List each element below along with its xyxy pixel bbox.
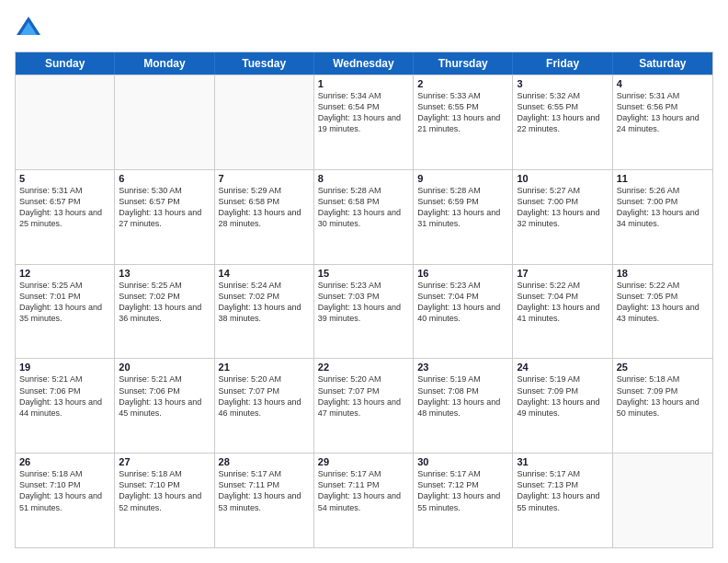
cell-sun-info: Sunrise: 5:18 AM Sunset: 7:10 PM Dayligh… — [119, 468, 210, 513]
calendar-cell: 23Sunrise: 5:19 AM Sunset: 7:08 PM Dayli… — [414, 359, 513, 453]
calendar-cell: 9Sunrise: 5:28 AM Sunset: 6:59 PM Daylig… — [414, 170, 513, 264]
calendar-cell: 17Sunrise: 5:22 AM Sunset: 7:04 PM Dayli… — [513, 265, 612, 359]
cell-sun-info: Sunrise: 5:17 AM Sunset: 7:12 PM Dayligh… — [417, 468, 508, 513]
cell-sun-info: Sunrise: 5:23 AM Sunset: 7:03 PM Dayligh… — [318, 280, 409, 325]
cell-sun-info: Sunrise: 5:27 AM Sunset: 7:00 PM Dayligh… — [517, 185, 608, 230]
calendar-cell: 1Sunrise: 5:34 AM Sunset: 6:54 PM Daylig… — [314, 75, 414, 169]
calendar-cell: 8Sunrise: 5:28 AM Sunset: 6:58 PM Daylig… — [314, 170, 414, 264]
cell-sun-info: Sunrise: 5:18 AM Sunset: 7:09 PM Dayligh… — [617, 373, 709, 419]
calendar-page: SundayMondayTuesdayWednesdayThursdayFrid… — [0, 0, 728, 563]
calendar-row: 12Sunrise: 5:25 AM Sunset: 7:01 PM Dayli… — [16, 264, 712, 359]
calendar-cell: 26Sunrise: 5:18 AM Sunset: 7:10 PM Dayli… — [16, 454, 115, 547]
cell-sun-info: Sunrise: 5:17 AM Sunset: 7:11 PM Dayligh… — [318, 468, 409, 513]
day-number: 31 — [517, 456, 608, 467]
weekday-header: Thursday — [414, 52, 513, 75]
cell-sun-info: Sunrise: 5:30 AM Sunset: 6:57 PM Dayligh… — [119, 185, 210, 230]
cell-sun-info: Sunrise: 5:17 AM Sunset: 7:11 PM Dayligh… — [219, 468, 310, 513]
calendar-cell: 6Sunrise: 5:30 AM Sunset: 6:57 PM Daylig… — [115, 170, 214, 264]
calendar-cell: 28Sunrise: 5:17 AM Sunset: 7:11 PM Dayli… — [215, 454, 314, 547]
calendar-cell: 13Sunrise: 5:25 AM Sunset: 7:02 PM Dayli… — [115, 265, 214, 359]
cell-sun-info: Sunrise: 5:34 AM Sunset: 6:54 PM Dayligh… — [318, 90, 409, 135]
cell-sun-info: Sunrise: 5:32 AM Sunset: 6:55 PM Dayligh… — [517, 90, 608, 135]
calendar-cell: 30Sunrise: 5:17 AM Sunset: 7:12 PM Dayli… — [414, 454, 513, 547]
cell-sun-info: Sunrise: 5:21 AM Sunset: 7:06 PM Dayligh… — [19, 373, 110, 419]
cell-sun-info: Sunrise: 5:23 AM Sunset: 7:04 PM Dayligh… — [417, 280, 508, 325]
calendar-row: 26Sunrise: 5:18 AM Sunset: 7:10 PM Dayli… — [16, 453, 712, 547]
cell-sun-info: Sunrise: 5:19 AM Sunset: 7:09 PM Dayligh… — [517, 373, 608, 419]
calendar-row: 1Sunrise: 5:34 AM Sunset: 6:54 PM Daylig… — [16, 75, 712, 169]
logo-icon — [15, 15, 42, 42]
day-number: 25 — [617, 362, 709, 373]
calendar-cell: 5Sunrise: 5:31 AM Sunset: 6:57 PM Daylig… — [16, 170, 115, 264]
weekday-header: Friday — [513, 52, 612, 75]
cell-sun-info: Sunrise: 5:17 AM Sunset: 7:13 PM Dayligh… — [517, 468, 608, 513]
calendar-cell: 7Sunrise: 5:29 AM Sunset: 6:58 PM Daylig… — [215, 170, 314, 264]
day-number: 28 — [219, 456, 310, 467]
day-number: 30 — [417, 456, 508, 467]
calendar-cell: 3Sunrise: 5:32 AM Sunset: 6:55 PM Daylig… — [513, 75, 612, 169]
cell-sun-info: Sunrise: 5:31 AM Sunset: 6:57 PM Dayligh… — [19, 185, 110, 230]
calendar-cell: 18Sunrise: 5:22 AM Sunset: 7:05 PM Dayli… — [613, 265, 712, 359]
day-number: 26 — [19, 456, 110, 467]
cell-sun-info: Sunrise: 5:24 AM Sunset: 7:02 PM Dayligh… — [219, 280, 310, 325]
weekday-header: Sunday — [16, 52, 115, 75]
calendar-cell — [16, 75, 115, 169]
calendar-cell: 2Sunrise: 5:33 AM Sunset: 6:55 PM Daylig… — [414, 75, 513, 169]
cell-sun-info: Sunrise: 5:18 AM Sunset: 7:10 PM Dayligh… — [19, 468, 110, 513]
cell-sun-info: Sunrise: 5:26 AM Sunset: 7:00 PM Dayligh… — [617, 185, 709, 230]
day-number: 4 — [617, 78, 709, 89]
day-number: 17 — [517, 268, 608, 279]
day-number: 29 — [318, 456, 409, 467]
day-number: 2 — [417, 78, 508, 89]
weekday-header: Wednesday — [314, 52, 414, 75]
calendar-header: SundayMondayTuesdayWednesdayThursdayFrid… — [16, 52, 712, 75]
calendar-cell: 24Sunrise: 5:19 AM Sunset: 7:09 PM Dayli… — [513, 359, 612, 453]
day-number: 12 — [19, 268, 110, 279]
day-number: 6 — [119, 173, 210, 184]
calendar-cell: 31Sunrise: 5:17 AM Sunset: 7:13 PM Dayli… — [513, 454, 612, 547]
day-number: 14 — [219, 268, 310, 279]
day-number: 27 — [119, 456, 210, 467]
calendar-cell — [115, 75, 214, 169]
calendar: SundayMondayTuesdayWednesdayThursdayFrid… — [15, 52, 713, 548]
calendar-cell: 4Sunrise: 5:31 AM Sunset: 6:56 PM Daylig… — [613, 75, 712, 169]
day-number: 3 — [517, 78, 608, 89]
cell-sun-info: Sunrise: 5:28 AM Sunset: 6:58 PM Dayligh… — [318, 185, 409, 230]
calendar-cell: 25Sunrise: 5:18 AM Sunset: 7:09 PM Dayli… — [613, 359, 712, 453]
weekday-header: Tuesday — [215, 52, 314, 75]
day-number: 7 — [219, 173, 310, 184]
cell-sun-info: Sunrise: 5:28 AM Sunset: 6:59 PM Dayligh… — [417, 185, 508, 230]
day-number: 24 — [517, 362, 608, 373]
cell-sun-info: Sunrise: 5:25 AM Sunset: 7:01 PM Dayligh… — [19, 280, 110, 325]
calendar-cell: 29Sunrise: 5:17 AM Sunset: 7:11 PM Dayli… — [314, 454, 414, 547]
day-number: 19 — [19, 362, 110, 373]
cell-sun-info: Sunrise: 5:31 AM Sunset: 6:56 PM Dayligh… — [617, 90, 709, 135]
cell-sun-info: Sunrise: 5:29 AM Sunset: 6:58 PM Dayligh… — [219, 185, 310, 230]
calendar-cell: 15Sunrise: 5:23 AM Sunset: 7:03 PM Dayli… — [314, 265, 414, 359]
day-number: 23 — [417, 362, 508, 373]
day-number: 15 — [318, 268, 409, 279]
calendar-cell — [613, 454, 712, 547]
calendar-cell: 21Sunrise: 5:20 AM Sunset: 7:07 PM Dayli… — [215, 359, 314, 453]
day-number: 1 — [318, 78, 409, 89]
calendar-cell: 16Sunrise: 5:23 AM Sunset: 7:04 PM Dayli… — [414, 265, 513, 359]
calendar-cell: 22Sunrise: 5:20 AM Sunset: 7:07 PM Dayli… — [314, 359, 414, 453]
cell-sun-info: Sunrise: 5:19 AM Sunset: 7:08 PM Dayligh… — [417, 373, 508, 419]
calendar-row: 19Sunrise: 5:21 AM Sunset: 7:06 PM Dayli… — [16, 358, 712, 453]
calendar-cell: 14Sunrise: 5:24 AM Sunset: 7:02 PM Dayli… — [215, 265, 314, 359]
weekday-header: Monday — [115, 52, 214, 75]
calendar-cell: 11Sunrise: 5:26 AM Sunset: 7:00 PM Dayli… — [613, 170, 712, 264]
cell-sun-info: Sunrise: 5:20 AM Sunset: 7:07 PM Dayligh… — [219, 373, 310, 419]
calendar-cell: 10Sunrise: 5:27 AM Sunset: 7:00 PM Dayli… — [513, 170, 612, 264]
page-header — [15, 15, 713, 42]
day-number: 22 — [318, 362, 409, 373]
cell-sun-info: Sunrise: 5:22 AM Sunset: 7:05 PM Dayligh… — [617, 280, 709, 325]
day-number: 10 — [517, 173, 608, 184]
cell-sun-info: Sunrise: 5:22 AM Sunset: 7:04 PM Dayligh… — [517, 280, 608, 325]
day-number: 8 — [318, 173, 409, 184]
calendar-row: 5Sunrise: 5:31 AM Sunset: 6:57 PM Daylig… — [16, 169, 712, 264]
day-number: 21 — [219, 362, 310, 373]
day-number: 13 — [119, 268, 210, 279]
cell-sun-info: Sunrise: 5:21 AM Sunset: 7:06 PM Dayligh… — [119, 373, 210, 419]
cell-sun-info: Sunrise: 5:25 AM Sunset: 7:02 PM Dayligh… — [119, 280, 210, 325]
